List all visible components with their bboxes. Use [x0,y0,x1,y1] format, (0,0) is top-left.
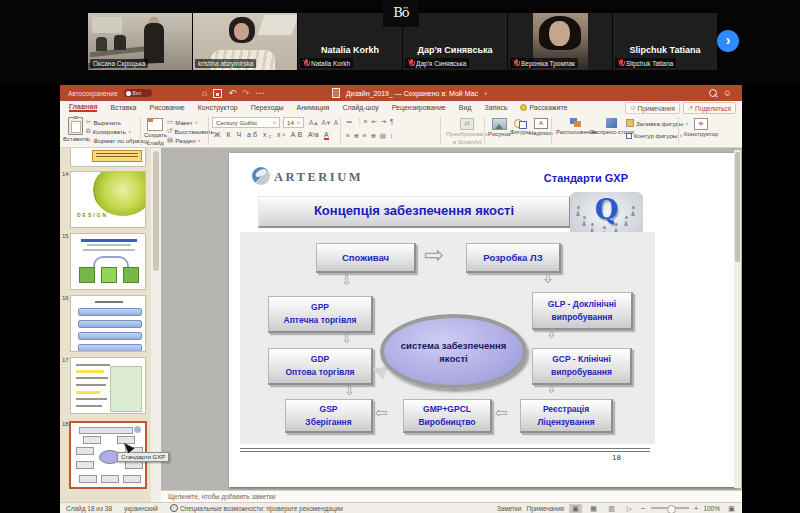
thumbnail-scrollbar[interactable] [151,148,161,502]
designer-button[interactable]: ✳ Конструктор [684,118,718,138]
tab-transitions[interactable]: Переходы [251,104,284,111]
list-indent-buttons[interactable]: ≔ ⋮≡ ⇤ ⇥ ¶ [346,118,394,126]
tab-home[interactable]: Главная [69,103,97,112]
participant-tile-slipchuk[interactable]: Slipchuk Tatiana Slipchuk Tatiana [613,13,717,70]
diagram-box-consumer[interactable]: Споживач [316,243,416,273]
thumb14-design-text: DESIGN [77,212,108,218]
diagram-box-gsp[interactable]: GSPЗберігання [285,399,373,433]
tab-slideshow[interactable]: Слайд-шоу [342,104,378,111]
document-title: Дизайн_2019_ — Сохранено в: Мой Мас [346,90,478,97]
next-participants-button[interactable]: › [717,30,739,52]
zoom-slider-knob[interactable] [667,505,676,513]
tab-record[interactable]: Запись [484,104,507,111]
paste-button[interactable]: Вставить [63,117,88,143]
participant-tile-veronika[interactable]: Вероніка Тромпак [508,13,612,70]
diagram-box-gpp[interactable]: GPPАптечна торгівля [268,296,373,333]
slide-thumbnail-15[interactable] [70,233,146,290]
language-indicator[interactable]: украинский [124,505,158,512]
insert-picture-button[interactable]: Рисунок [488,118,511,138]
mic-muted-icon [408,59,414,67]
font-grow-shrink-buttons[interactable]: А▴ А▾ А [309,119,339,127]
slide-number: 14 [62,171,69,177]
layout-button[interactable]: ▭ Макет ∨ [167,118,198,126]
font-style-buttons[interactable]: Ж К Ч аб х₂ х² АВ Аа [214,131,321,138]
accessibility-checker[interactable]: ✓ Специальные возможности: проверьте рек… [170,504,343,512]
diagram-box-gcp[interactable]: GCP - Клінічнівипробування [532,348,632,385]
tab-review[interactable]: Рецензирование [392,104,446,111]
comments-toggle-button[interactable]: Примечания [527,505,565,512]
slide-thumbnail-14[interactable]: DESIGN [70,171,146,228]
participant-display-name: Дар'я Синявська [403,45,507,55]
left-block-arrow-icon: ⇦ [495,406,508,419]
insert-textbox-button[interactable]: А Надпись [529,118,553,137]
diagram-box-registration[interactable]: РеєстраціяЛіцензування [520,399,613,433]
slide-thumbnail-13[interactable] [70,148,146,167]
insert-shapes-button[interactable]: Фигуры [510,118,531,136]
comments-button[interactable]: 🗨 Примечания [625,102,680,114]
redo-icon[interactable]: ↷ [242,85,250,101]
zoom-meeting-screen: Оксана Скроцька kristina abzymirska Nata… [0,0,800,513]
tab-draw[interactable]: Рисование [150,104,185,111]
diagram-box-gdp[interactable]: GDPОптова торгівля [268,348,373,385]
save-icon[interactable] [213,89,222,98]
zoom-out-button[interactable]: − [641,504,646,513]
tab-animations[interactable]: Анимация [297,104,330,111]
title-dropdown-icon[interactable]: ∨ [484,91,487,96]
view-normal-button[interactable]: ▣ [569,504,582,513]
slide-number: 16 [62,295,69,301]
new-slide-button[interactable]: Создать слайд [144,118,167,146]
tab-view[interactable]: Вид [459,104,472,111]
more-commands-icon[interactable]: ⋯ [256,85,265,101]
autosave-toggle[interactable]: Вкл [124,89,152,97]
undo-icon[interactable]: ↶ [228,85,236,101]
font-size-select[interactable]: 14 ∨ [283,117,304,128]
view-sorter-button[interactable]: ▦ [587,504,600,513]
tab-design[interactable]: Конструктор [198,104,238,111]
slide-thumbnail-16[interactable] [70,295,146,352]
slide-title-banner[interactable]: Концепція забезпечення якості [258,196,571,228]
font-name-select[interactable]: Century Gothic ∨ [212,117,280,128]
chevron-down-icon: ∨ [198,138,201,143]
diagram-center-ellipse[interactable]: система забезпеченняякості [380,314,527,389]
feedback-smiley-icon[interactable]: ☺ [723,85,732,101]
zoom-in-button[interactable]: + [694,504,699,513]
font-color-button[interactable]: А [324,131,329,140]
cut-button[interactable]: ✂ Вырезать [86,118,121,126]
shape-outline-button[interactable]: Контур фигуры ∨ [626,132,683,139]
toolbar-divider [484,117,485,145]
participant-tile-oksana[interactable]: Оксана Скроцька [88,13,192,70]
zoom-slider[interactable] [651,507,689,509]
notes-toggle-button[interactable]: Заметки [497,505,522,512]
recording-watermark: Bö [383,0,419,27]
view-slideshow-button[interactable]: ▷ [623,504,636,513]
fit-slide-button[interactable]: ▣ [725,504,738,513]
shape-fill-button[interactable]: Заливка фигуры ∨ [626,119,689,127]
search-icon[interactable] [709,89,717,97]
home-icon[interactable]: ⌂ [202,85,207,101]
down-block-arrow-icon: ⇩ [341,274,352,287]
window-titlebar: Автосохранение Вкл ⌂ ↶ ↷ ⋯ Дизайн_2019_ … [60,85,742,101]
tab-insert[interactable]: Вставка [110,104,136,111]
slide-thumbnail-17[interactable] [70,357,146,414]
alignment-buttons[interactable]: ≡ ≣ ≡ ≣ ▤ ↕ [346,132,394,140]
participant-name-label: Дар'я Синявська [405,58,469,68]
highlight-pen-icon[interactable]: ✎ [312,131,318,139]
textbox-icon: А [534,118,548,129]
toolbar-divider [440,117,441,145]
tell-me-button[interactable]: Расскажите [520,104,567,111]
share-button[interactable]: ↗ Поделиться [683,102,736,114]
section-button[interactable]: ▤ Раздел ∨ [167,136,201,144]
zoom-level[interactable]: 100% [703,505,720,512]
participant-tile-kristina[interactable]: kristina abzymirska [193,13,297,70]
quick-styles-icon [606,118,617,128]
convert-smartart-button[interactable]: ⇄ Преобразовать в SmartArt [446,118,489,145]
diagram-box-gmp[interactable]: GMP+GPCLВиробництво [403,399,492,433]
canvas-scrollbar[interactable] [734,150,741,488]
notes-pane[interactable]: Щелкните, чтобы добавить заметки [161,490,742,502]
copy-button[interactable]: ⧉ Копировать ∨ [86,127,131,135]
reset-icon: ↺ [167,127,172,135]
view-reading-button[interactable]: ▥ [605,504,618,513]
clipboard-icon [68,117,83,135]
diagram-box-glp[interactable]: GLP - Доклінічнівипробування [532,292,633,330]
notes-placeholder[interactable]: Щелкните, чтобы добавить заметки [168,493,275,500]
